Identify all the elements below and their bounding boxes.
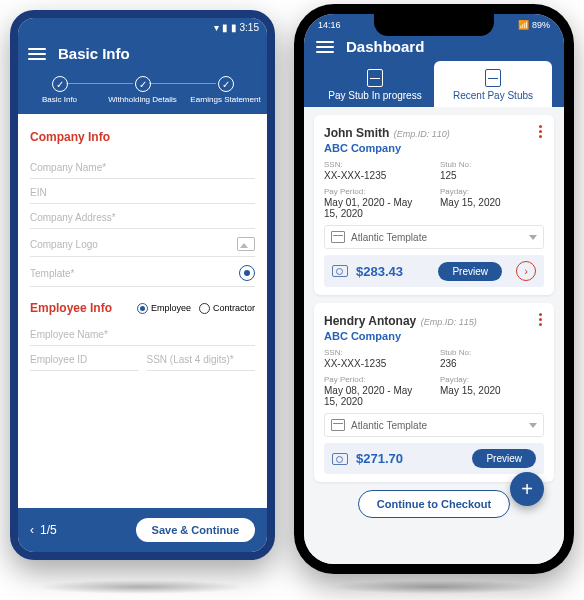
page-title: Dashboard xyxy=(346,38,424,55)
kebab-menu-icon[interactable] xyxy=(537,311,544,328)
period-value: May 08, 2020 - May 15, 2020 xyxy=(324,385,428,407)
employee-id-field[interactable]: Employee ID xyxy=(30,346,139,371)
chevron-down-icon xyxy=(529,423,537,428)
template-icon xyxy=(331,419,345,431)
ios-screen: 14:16 📶 89% Dashboard Pay Stub In progre… xyxy=(304,14,564,564)
radio-checked-icon xyxy=(137,303,148,314)
android-status-bar: ▾ ▮ ▮ 3:15 xyxy=(18,18,267,37)
payday-label: Payday: xyxy=(440,375,544,384)
ein-field[interactable]: EIN xyxy=(30,179,255,204)
battery-icon: ▮ xyxy=(231,22,237,33)
android-footer: ‹ 1/5 Save & Continue xyxy=(18,508,267,552)
menu-icon[interactable] xyxy=(316,41,334,53)
ssn-value: XX-XXX-1235 xyxy=(324,170,428,181)
stubno-value: 236 xyxy=(440,358,544,369)
stubno-label: Stub No: xyxy=(440,160,544,169)
money-icon xyxy=(332,453,348,465)
menu-icon[interactable] xyxy=(28,48,46,60)
android-header: Basic Info xyxy=(18,37,267,70)
preview-icon[interactable] xyxy=(239,265,255,281)
paystub-card: Hendry Antonay (Emp.ID: 115) ABC Company… xyxy=(314,303,554,482)
employee-name: John Smith xyxy=(324,126,389,140)
payday-label: Payday: xyxy=(440,187,544,196)
status-signal: 14:16 xyxy=(318,20,341,30)
company-name-field[interactable]: Company Name* xyxy=(30,154,255,179)
payday-value: May 15, 2020 xyxy=(440,197,544,208)
pager: ‹ 1/5 xyxy=(30,523,57,537)
continue-checkout-button[interactable]: Continue to Checkout xyxy=(358,490,510,518)
amount-row: $283.43 Preview › xyxy=(324,255,544,287)
employee-id: (Emp.ID: 115) xyxy=(421,317,477,327)
notch xyxy=(374,14,494,36)
wifi-icon: ▾ xyxy=(214,22,219,33)
amount-value: $271.70 xyxy=(356,451,403,466)
form-body: Company Info Company Name* EIN Company A… xyxy=(18,114,267,508)
template-selector[interactable]: Atlantic Template xyxy=(324,225,544,249)
amount-row: $271.70 Preview xyxy=(324,443,544,474)
preview-button[interactable]: Preview xyxy=(472,449,536,468)
next-arrow-icon[interactable]: › xyxy=(516,261,536,281)
status-battery: 📶 89% xyxy=(518,20,550,30)
page-title: Basic Info xyxy=(58,45,130,62)
document-icon xyxy=(485,69,501,87)
ssn-label: SSN: xyxy=(324,348,428,357)
company-name: ABC Company xyxy=(324,330,477,342)
chevron-down-icon xyxy=(529,235,537,240)
company-logo-field[interactable]: Company Logo xyxy=(30,229,255,257)
signal-icon: ▮ xyxy=(222,22,228,33)
save-continue-button[interactable]: Save & Continue xyxy=(136,518,255,542)
period-label: Pay Period: xyxy=(324,187,428,196)
period-label: Pay Period: xyxy=(324,375,428,384)
employee-id: (Emp.ID: 110) xyxy=(394,129,450,139)
paystub-card: John Smith (Emp.ID: 110) ABC Company SSN… xyxy=(314,115,554,295)
check-icon: ✓ xyxy=(218,76,234,92)
shadow xyxy=(36,580,246,594)
company-address-field[interactable]: Company Address* xyxy=(30,204,255,229)
check-icon: ✓ xyxy=(135,76,151,92)
stubno-value: 125 xyxy=(440,170,544,181)
money-icon xyxy=(332,265,348,277)
company-info-title: Company Info xyxy=(30,130,255,144)
ios-header: Dashboard Pay Stub In progress Recent Pa… xyxy=(304,32,564,107)
chevron-left-icon[interactable]: ‹ xyxy=(30,523,34,537)
employee-name: Hendry Antonay xyxy=(324,314,416,328)
ssn-label: SSN: xyxy=(324,160,428,169)
employee-name-field[interactable]: Employee Name* xyxy=(30,321,255,346)
image-icon xyxy=(237,237,255,251)
step-earnings[interactable]: ✓ Earnings Statement xyxy=(184,76,267,104)
add-fab-button[interactable]: + xyxy=(510,472,544,506)
stubno-label: Stub No: xyxy=(440,348,544,357)
step-withholding[interactable]: ✓ Withholding Details xyxy=(101,76,184,104)
check-icon: ✓ xyxy=(52,76,68,92)
document-icon xyxy=(367,69,383,87)
preview-button[interactable]: Preview xyxy=(438,262,502,281)
step-basic-info[interactable]: ✓ Basic Info xyxy=(18,76,101,104)
tab-in-progress[interactable]: Pay Stub In progress xyxy=(316,61,434,107)
template-selector[interactable]: Atlantic Template xyxy=(324,413,544,437)
radio-employee[interactable]: Employee xyxy=(137,303,191,314)
ssn-field[interactable]: SSN (Last 4 digits)* xyxy=(147,346,256,371)
page-indicator: 1/5 xyxy=(40,523,57,537)
radio-unchecked-icon xyxy=(199,303,210,314)
status-time: 3:15 xyxy=(240,22,259,33)
android-screen: ▾ ▮ ▮ 3:15 Basic Info ✓ Basic Info ✓ Wit… xyxy=(18,18,267,552)
tab-recent[interactable]: Recent Pay Stubs xyxy=(434,61,552,107)
period-value: May 01, 2020 - May 15, 2020 xyxy=(324,197,428,219)
amount-value: $283.43 xyxy=(356,264,403,279)
ssn-value: XX-XXX-1235 xyxy=(324,358,428,369)
tabs: Pay Stub In progress Recent Pay Stubs xyxy=(316,61,552,107)
shadow xyxy=(330,580,540,594)
employee-info-title: Employee Info xyxy=(30,301,112,315)
company-name: ABC Company xyxy=(324,142,450,154)
progress-steps: ✓ Basic Info ✓ Withholding Details ✓ Ear… xyxy=(18,70,267,114)
kebab-menu-icon[interactable] xyxy=(537,123,544,140)
employee-type-radio: Employee Contractor xyxy=(137,303,255,314)
template-icon xyxy=(331,231,345,243)
template-field[interactable]: Template* xyxy=(30,257,255,287)
payday-value: May 15, 2020 xyxy=(440,385,544,396)
radio-contractor[interactable]: Contractor xyxy=(199,303,255,314)
ios-phone-frame: 14:16 📶 89% Dashboard Pay Stub In progre… xyxy=(294,4,574,574)
android-phone-frame: ▾ ▮ ▮ 3:15 Basic Info ✓ Basic Info ✓ Wit… xyxy=(10,10,275,560)
